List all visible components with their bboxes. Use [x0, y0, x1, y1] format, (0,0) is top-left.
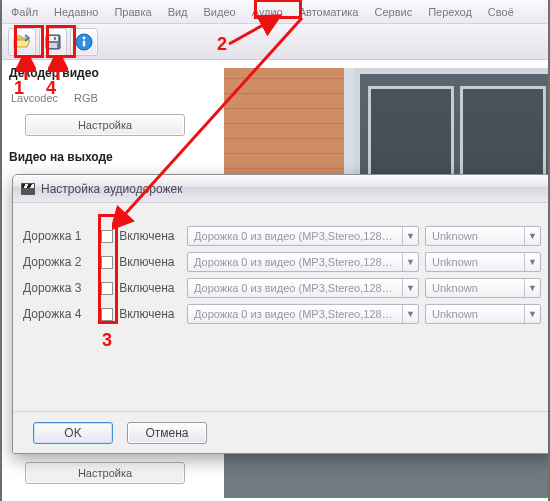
- track-source-combo[interactable]: Дорожка 0 из видео (MP3,Stereo,128kbps) …: [187, 226, 419, 246]
- chevron-down-icon: ▼: [402, 253, 418, 271]
- ok-button[interactable]: OK: [33, 422, 113, 444]
- menu-view[interactable]: Вид: [165, 4, 191, 20]
- svg-rect-2: [49, 43, 57, 48]
- track-enabled-checkbox[interactable]: [101, 282, 114, 295]
- save-button[interactable]: [39, 28, 67, 56]
- track-enabled-checkbox[interactable]: [101, 308, 114, 321]
- decoder-codec-label: Lavcodec: [11, 92, 58, 104]
- audio-tracks-dialog: Настройка аудиодорожек Дорожка 1 Включен…: [12, 174, 550, 454]
- track-enabled-text: Включена: [119, 255, 181, 269]
- dialog-body: Дорожка 1 Включена Дорожка 0 из видео (M…: [13, 203, 550, 335]
- track-source-text: Дорожка 0 из видео (MP3,Stereo,128kbps): [188, 308, 402, 320]
- info-button[interactable]: [70, 28, 98, 56]
- folder-open-icon: [13, 34, 31, 50]
- clapperboard-icon: [21, 183, 35, 195]
- track-target-combo[interactable]: Unknown ▼: [425, 226, 541, 246]
- svg-rect-6: [83, 40, 85, 46]
- chevron-down-icon: ▼: [402, 279, 418, 297]
- track-source-text: Дорожка 0 из видео (MP3,Stereo,128kbps): [188, 256, 402, 268]
- track-row: Дорожка 4 Включена Дорожка 0 из видео (M…: [23, 301, 541, 327]
- menu-service[interactable]: Сервис: [371, 4, 415, 20]
- menu-video[interactable]: Видео: [201, 4, 239, 20]
- menu-edit[interactable]: Правка: [111, 4, 154, 20]
- track-enabled-text: Включена: [119, 281, 181, 295]
- open-button[interactable]: [8, 28, 36, 56]
- left-panel: Декодер видео Lavcodec RGB Настройка Вид…: [7, 62, 217, 170]
- track-row: Дорожка 2 Включена Дорожка 0 из видео (M…: [23, 249, 541, 275]
- track-enabled-text: Включена: [119, 307, 181, 321]
- info-icon: [75, 33, 93, 51]
- track-source-combo[interactable]: Дорожка 0 из видео (MP3,Stereo,128kbps) …: [187, 278, 419, 298]
- floppy-save-icon: [45, 34, 61, 50]
- dialog-footer: OK Отмена: [13, 411, 550, 453]
- chevron-down-icon: ▼: [524, 253, 540, 271]
- chevron-down-icon: ▼: [402, 305, 418, 323]
- decoder-settings-button[interactable]: Настройка: [25, 114, 185, 136]
- toolbar: [2, 24, 548, 60]
- track-label: Дорожка 1: [23, 229, 95, 243]
- svg-rect-3: [54, 37, 56, 40]
- output-section-title: Видео на выходе: [9, 150, 215, 164]
- track-target-text: Unknown: [426, 256, 524, 268]
- svg-rect-1: [48, 36, 58, 41]
- dialog-title-text: Настройка аудиодорожек: [41, 182, 183, 196]
- menu-audio[interactable]: Аудио: [249, 4, 286, 20]
- chevron-down-icon: ▼: [524, 305, 540, 323]
- menu-bar: Файл Недавно Правка Вид Видео Аудио Авто…: [2, 0, 548, 24]
- track-source-text: Дорожка 0 из видео (MP3,Stereo,128kbps): [188, 230, 402, 242]
- track-row: Дорожка 3 Включена Дорожка 0 из видео (M…: [23, 275, 541, 301]
- track-target-text: Unknown: [426, 308, 524, 320]
- track-enabled-checkbox[interactable]: [101, 230, 114, 243]
- track-target-combo[interactable]: Unknown ▼: [425, 252, 541, 272]
- track-source-combo[interactable]: Дорожка 0 из видео (MP3,Stereo,128kbps) …: [187, 252, 419, 272]
- track-row: Дорожка 1 Включена Дорожка 0 из видео (M…: [23, 223, 541, 249]
- track-label: Дорожка 4: [23, 307, 95, 321]
- track-enabled-text: Включена: [119, 229, 181, 243]
- track-target-text: Unknown: [426, 282, 524, 294]
- svg-point-5: [83, 36, 86, 39]
- track-enabled-checkbox[interactable]: [101, 256, 114, 269]
- track-label: Дорожка 3: [23, 281, 95, 295]
- chevron-down-icon: ▼: [524, 227, 540, 245]
- track-label: Дорожка 2: [23, 255, 95, 269]
- menu-goto[interactable]: Переход: [425, 4, 475, 20]
- cancel-button[interactable]: Отмена: [127, 422, 207, 444]
- dialog-titlebar[interactable]: Настройка аудиодорожек: [13, 175, 550, 203]
- menu-recent[interactable]: Недавно: [51, 4, 101, 20]
- output-settings-button[interactable]: Настройка: [25, 462, 185, 484]
- track-source-combo[interactable]: Дорожка 0 из видео (MP3,Stereo,128kbps) …: [187, 304, 419, 324]
- chevron-down-icon: ▼: [524, 279, 540, 297]
- menu-auto[interactable]: Автоматика: [296, 4, 362, 20]
- decoder-section-title: Декодер видео: [9, 66, 215, 80]
- chevron-down-icon: ▼: [402, 227, 418, 245]
- track-target-text: Unknown: [426, 230, 524, 242]
- track-target-combo[interactable]: Unknown ▼: [425, 304, 541, 324]
- menu-file[interactable]: Файл: [8, 4, 41, 20]
- decoder-colorspace-label: RGB: [74, 92, 98, 104]
- menu-custom[interactable]: Своё: [485, 4, 517, 20]
- track-source-text: Дорожка 0 из видео (MP3,Stereo,128kbps): [188, 282, 402, 294]
- track-target-combo[interactable]: Unknown ▼: [425, 278, 541, 298]
